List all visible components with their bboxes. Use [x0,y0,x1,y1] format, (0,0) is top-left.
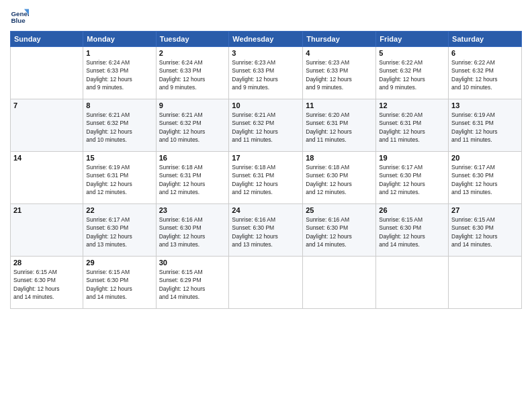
day-number: 8 [86,101,152,109]
calendar-cell: 22Sunrise: 6:17 AMSunset: 6:30 PMDayligh… [83,204,156,257]
calendar-cell: 21 [11,204,83,257]
day-info: Sunrise: 6:19 AMSunset: 6:31 PMDaylight:… [86,163,152,196]
day-info: Sunrise: 6:17 AMSunset: 6:30 PMDaylight:… [451,163,519,196]
calendar-cell: 20Sunrise: 6:17 AMSunset: 6:30 PMDayligh… [449,152,522,204]
day-number: 5 [379,49,445,57]
day-number: 18 [306,154,373,162]
day-number: 14 [13,154,80,162]
svg-text:Blue: Blue [11,17,26,24]
day-of-week-header: Monday [83,32,156,47]
day-number: 12 [379,101,445,109]
day-number: 25 [306,206,373,214]
calendar-cell [376,257,449,309]
calendar-cell: 15Sunrise: 6:19 AMSunset: 6:31 PMDayligh… [83,152,156,204]
day-number: 28 [13,259,80,267]
day-number: 1 [86,49,152,57]
day-number: 24 [232,206,300,214]
day-info: Sunrise: 6:15 AMSunset: 6:30 PMDaylight:… [13,268,80,301]
calendar-cell [449,257,522,309]
calendar-cell: 27Sunrise: 6:15 AMSunset: 6:30 PMDayligh… [449,204,522,257]
calendar-cell: 28Sunrise: 6:15 AMSunset: 6:30 PMDayligh… [11,257,83,309]
calendar-cell: 25Sunrise: 6:16 AMSunset: 6:30 PMDayligh… [303,204,376,257]
calendar-cell: 29Sunrise: 6:15 AMSunset: 6:30 PMDayligh… [83,257,156,309]
calendar-cell: 2Sunrise: 6:24 AMSunset: 6:33 PMDaylight… [156,47,229,99]
page: General Blue SundayMondayTuesdayWednesda… [0,0,532,411]
calendar-week-row: 1Sunrise: 6:24 AMSunset: 6:33 PMDaylight… [11,47,522,99]
day-number: 29 [86,259,152,267]
day-info: Sunrise: 6:21 AMSunset: 6:32 PMDaylight:… [86,111,152,144]
day-of-week-header: Tuesday [156,32,229,47]
calendar-week-row: 78Sunrise: 6:21 AMSunset: 6:32 PMDayligh… [11,99,522,152]
day-info: Sunrise: 6:20 AMSunset: 6:31 PMDaylight:… [306,111,373,144]
calendar-cell: 4Sunrise: 6:23 AMSunset: 6:33 PMDaylight… [303,47,376,99]
day-of-week-header: Thursday [303,32,376,47]
day-info: Sunrise: 6:21 AMSunset: 6:32 PMDaylight:… [232,111,300,144]
day-number: 27 [451,206,519,214]
calendar-header-row: SundayMondayTuesdayWednesdayThursdayFrid… [11,32,522,47]
day-number: 11 [306,101,373,109]
calendar-cell: 26Sunrise: 6:15 AMSunset: 6:30 PMDayligh… [376,204,449,257]
day-info: Sunrise: 6:22 AMSunset: 6:32 PMDaylight:… [451,58,519,91]
day-of-week-header: Saturday [449,32,522,47]
calendar-cell: 13Sunrise: 6:19 AMSunset: 6:31 PMDayligh… [449,99,522,152]
day-number: 2 [159,49,226,57]
day-info: Sunrise: 6:24 AMSunset: 6:33 PMDaylight:… [159,58,226,91]
day-number: 30 [159,259,226,267]
calendar-cell: 10Sunrise: 6:21 AMSunset: 6:32 PMDayligh… [229,99,303,152]
calendar-cell: 6Sunrise: 6:22 AMSunset: 6:32 PMDaylight… [449,47,522,99]
day-info: Sunrise: 6:16 AMSunset: 6:30 PMDaylight:… [306,216,373,248]
calendar-cell: 8Sunrise: 6:21 AMSunset: 6:32 PMDaylight… [83,99,156,152]
calendar-cell: 30Sunrise: 6:15 AMSunset: 6:29 PMDayligh… [156,257,229,309]
day-info: Sunrise: 6:16 AMSunset: 6:30 PMDaylight:… [159,216,226,248]
day-number: 20 [451,154,519,162]
calendar-cell: 23Sunrise: 6:16 AMSunset: 6:30 PMDayligh… [156,204,229,257]
day-info: Sunrise: 6:23 AMSunset: 6:33 PMDaylight:… [306,58,373,91]
day-of-week-header: Sunday [11,32,83,47]
day-number: 23 [159,206,226,214]
day-info: Sunrise: 6:19 AMSunset: 6:31 PMDaylight:… [451,111,519,144]
day-number: 22 [86,206,152,214]
general-blue-logo-icon: General Blue [10,7,29,26]
day-info: Sunrise: 6:15 AMSunset: 6:29 PMDaylight:… [159,268,226,301]
calendar-cell: 9Sunrise: 6:21 AMSunset: 6:32 PMDaylight… [156,99,229,152]
day-info: Sunrise: 6:22 AMSunset: 6:32 PMDaylight:… [379,58,445,91]
calendar-cell: 3Sunrise: 6:23 AMSunset: 6:33 PMDaylight… [229,47,303,99]
calendar-cell: 17Sunrise: 6:18 AMSunset: 6:31 PMDayligh… [229,152,303,204]
day-info: Sunrise: 6:15 AMSunset: 6:30 PMDaylight:… [451,216,519,248]
calendar-body: 1Sunrise: 6:24 AMSunset: 6:33 PMDaylight… [11,47,522,309]
day-number: 15 [86,154,152,162]
calendar-cell: 14 [11,152,83,204]
calendar-cell: 5Sunrise: 6:22 AMSunset: 6:32 PMDaylight… [376,47,449,99]
day-number: 17 [232,154,300,162]
day-number: 21 [13,206,80,214]
day-info: Sunrise: 6:20 AMSunset: 6:31 PMDaylight:… [379,111,445,144]
day-number: 26 [379,206,445,214]
day-number: 9 [159,101,226,109]
day-info: Sunrise: 6:23 AMSunset: 6:33 PMDaylight:… [232,58,300,91]
day-info: Sunrise: 6:24 AMSunset: 6:33 PMDaylight:… [86,58,152,91]
calendar-week-row: 2122Sunrise: 6:17 AMSunset: 6:30 PMDayli… [11,204,522,257]
day-number: 3 [232,49,300,57]
calendar-cell: 24Sunrise: 6:16 AMSunset: 6:30 PMDayligh… [229,204,303,257]
day-number: 4 [306,49,373,57]
header: General Blue [10,7,522,26]
calendar-cell: 12Sunrise: 6:20 AMSunset: 6:31 PMDayligh… [376,99,449,152]
calendar-cell: 7 [11,99,83,152]
calendar-cell: 19Sunrise: 6:17 AMSunset: 6:30 PMDayligh… [376,152,449,204]
calendar-week-row: 28Sunrise: 6:15 AMSunset: 6:30 PMDayligh… [11,257,522,309]
day-info: Sunrise: 6:15 AMSunset: 6:30 PMDaylight:… [86,268,152,301]
calendar-cell [229,257,303,309]
calendar-table: SundayMondayTuesdayWednesdayThursdayFrid… [10,31,522,309]
day-number: 19 [379,154,445,162]
calendar-cell: 18Sunrise: 6:18 AMSunset: 6:30 PMDayligh… [303,152,376,204]
day-info: Sunrise: 6:15 AMSunset: 6:30 PMDaylight:… [379,216,445,248]
calendar-week-row: 1415Sunrise: 6:19 AMSunset: 6:31 PMDayli… [11,152,522,204]
day-of-week-header: Wednesday [229,32,303,47]
day-number: 7 [13,101,80,109]
day-info: Sunrise: 6:18 AMSunset: 6:30 PMDaylight:… [306,163,373,196]
day-info: Sunrise: 6:21 AMSunset: 6:32 PMDaylight:… [159,111,226,144]
logo: General Blue [10,7,29,26]
day-info: Sunrise: 6:18 AMSunset: 6:31 PMDaylight:… [159,163,226,196]
day-number: 10 [232,101,300,109]
day-info: Sunrise: 6:17 AMSunset: 6:30 PMDaylight:… [379,163,445,196]
